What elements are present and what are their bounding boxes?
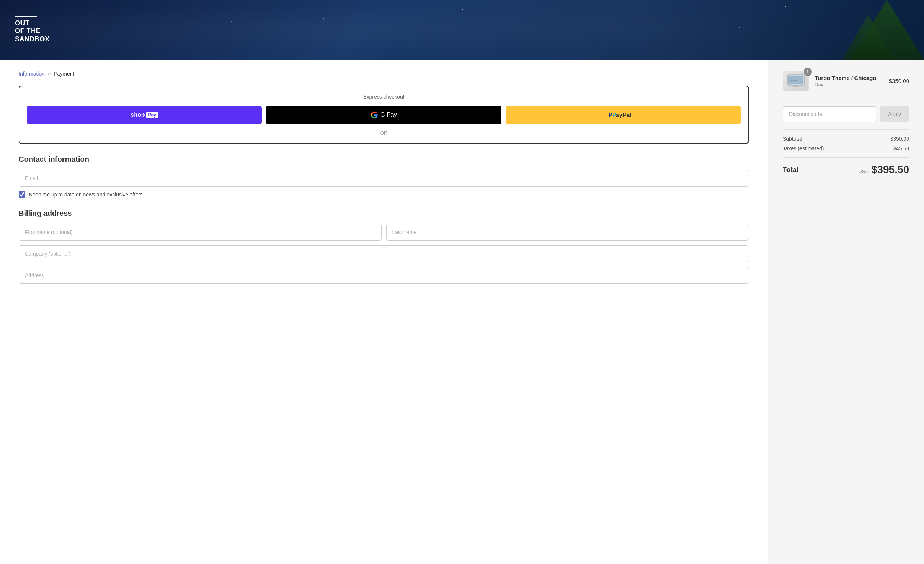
product-badge: 1	[804, 68, 812, 76]
express-checkout-box: Express checkout shop Pay G Pay	[19, 86, 749, 144]
shop-pay-button[interactable]: shop Pay	[27, 106, 262, 124]
shop-pay-badge: Pay	[147, 111, 158, 118]
name-row	[19, 224, 749, 241]
product-thumbnail: TURBO	[786, 74, 805, 88]
last-name-input[interactable]	[386, 224, 749, 241]
contact-section: Contact information Keep me up to date o…	[19, 155, 749, 198]
subtotal-row: Subtotal $350.00	[783, 136, 909, 142]
product-image-wrap: TURBO 1	[783, 71, 809, 91]
email-input[interactable]	[19, 170, 749, 187]
total-amount: $395.50	[872, 164, 909, 176]
totals-section: Subtotal $350.00 Taxes (estimated) $45.5…	[783, 136, 909, 176]
divider-2	[783, 129, 909, 130]
shop-pay-label: shop	[130, 111, 145, 118]
or-divider: OR	[27, 130, 741, 136]
logo-text: OUTOF THESANDBOX	[15, 20, 50, 44]
breadcrumb: Information > Payment	[19, 71, 749, 77]
payment-buttons: shop Pay G Pay P P ayPa	[27, 106, 741, 124]
product-variant: Day	[815, 82, 883, 87]
google-g-icon	[370, 111, 378, 119]
newsletter-checkbox[interactable]	[19, 191, 25, 198]
discount-input[interactable]	[783, 107, 876, 122]
product-name: Turbo Theme / Chicago	[815, 75, 883, 81]
svg-rect-6	[791, 87, 801, 87]
breadcrumb-separator: >	[48, 71, 51, 77]
company-input[interactable]	[19, 245, 749, 262]
subtotal-label: Subtotal	[783, 136, 802, 142]
paypal-button[interactable]: P P ayPal	[506, 106, 741, 124]
billing-heading: Billing address	[19, 209, 749, 218]
google-pay-button[interactable]: G Pay	[266, 106, 501, 124]
svg-rect-5	[793, 85, 798, 87]
first-name-input[interactable]	[19, 224, 382, 241]
svg-text:ayPal: ayPal	[616, 112, 632, 118]
discount-row: Apply	[783, 107, 909, 122]
left-panel: Information > Payment Express checkout s…	[0, 60, 768, 564]
paypal-icon: P P ayPal	[609, 111, 638, 119]
address-input[interactable]	[19, 267, 749, 284]
main-layout: Information > Payment Express checkout s…	[0, 60, 924, 564]
svg-text:TURBO: TURBO	[790, 80, 797, 82]
express-checkout-title: Express checkout	[27, 94, 741, 100]
right-panel: TURBO 1 Turbo Theme / Chicago Day $350.0…	[768, 60, 924, 564]
divider-1	[783, 100, 909, 101]
google-pay-label: G Pay	[380, 111, 397, 118]
total-currency: USD	[858, 168, 868, 174]
stars-decoration	[0, 0, 924, 60]
contact-heading: Contact information	[19, 155, 749, 164]
apply-button[interactable]: Apply	[880, 107, 909, 122]
newsletter-checkbox-row: Keep me up to date on news and exclusive…	[19, 191, 749, 198]
taxes-row: Taxes (estimated) $45.50	[783, 146, 909, 152]
total-label: Total	[783, 166, 798, 174]
site-logo: OUTOF THESANDBOX	[15, 17, 50, 44]
breadcrumb-information[interactable]: Information	[19, 71, 45, 77]
product-info: Turbo Theme / Chicago Day	[815, 75, 883, 87]
taxes-label: Taxes (estimated)	[783, 146, 824, 152]
breadcrumb-payment: Payment	[54, 71, 74, 77]
subtotal-value: $350.00	[890, 136, 909, 142]
logo-line	[15, 17, 37, 17]
newsletter-label: Keep me up to date on news and exclusive…	[29, 192, 143, 197]
total-amount-wrap: USD $395.50	[858, 164, 909, 176]
address-row	[19, 267, 749, 284]
billing-section: Billing address	[19, 209, 749, 284]
total-row: Total USD $395.50	[783, 157, 909, 176]
company-row	[19, 245, 749, 262]
site-header: OUTOF THESANDBOX	[0, 0, 924, 60]
product-price: $350.00	[889, 78, 909, 84]
taxes-value: $45.50	[893, 146, 909, 152]
product-row: TURBO 1 Turbo Theme / Chicago Day $350.0…	[783, 71, 909, 91]
